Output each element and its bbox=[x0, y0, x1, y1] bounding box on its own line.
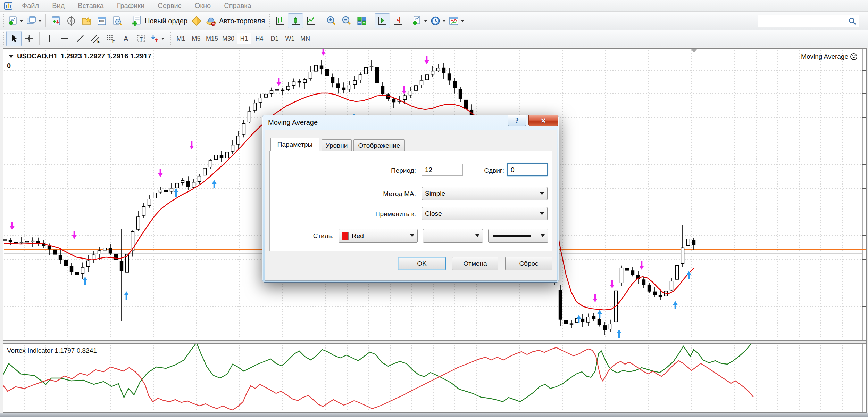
templates-button[interactable] bbox=[447, 13, 466, 28]
tab-parameters[interactable]: Параметры bbox=[270, 138, 319, 151]
metatrader-window: ФайлВидВставкаГрафикиСервисОкноСправка bbox=[0, 0, 868, 417]
timeframe-d1[interactable]: D1 bbox=[267, 33, 282, 44]
terminal-icon bbox=[97, 16, 107, 26]
line-width-select[interactable] bbox=[488, 229, 548, 243]
text-icon: A bbox=[122, 34, 131, 43]
horizontal-line-button[interactable] bbox=[57, 31, 73, 46]
bar-chart-icon bbox=[275, 16, 285, 26]
new-chart-button[interactable] bbox=[6, 13, 25, 28]
tab-visualization[interactable]: Отображение bbox=[353, 139, 405, 151]
autotrading-label: Авто-торговля bbox=[219, 17, 265, 25]
vortex-canvas[interactable] bbox=[3, 344, 866, 412]
metaeditor-button[interactable] bbox=[189, 13, 204, 28]
svg-text:A: A bbox=[124, 35, 128, 42]
apply-to-select[interactable]: Close bbox=[422, 207, 548, 220]
bar-chart-button[interactable] bbox=[273, 13, 288, 28]
toolbar-grip[interactable] bbox=[2, 14, 5, 27]
dialog-help-button[interactable]: ? bbox=[508, 115, 526, 126]
periods-button[interactable] bbox=[429, 13, 447, 28]
tab-levels[interactable]: Уровни bbox=[322, 139, 352, 151]
fibonacci-button[interactable]: F bbox=[103, 31, 118, 46]
timeframe-mn[interactable]: MN bbox=[298, 33, 312, 44]
trendline-button[interactable] bbox=[73, 31, 88, 46]
vortex-plus-line bbox=[3, 344, 753, 402]
strategy-tester-button[interactable] bbox=[109, 13, 125, 28]
autotrading-icon bbox=[206, 15, 217, 26]
ma-method-value: Simple bbox=[425, 190, 445, 197]
equidistant-channel-button[interactable]: E bbox=[88, 31, 103, 46]
toolbar-grip[interactable] bbox=[169, 32, 172, 45]
toolbar-separator bbox=[321, 14, 321, 27]
combo-arrow-icon bbox=[540, 212, 544, 215]
menu-сервис[interactable]: Сервис bbox=[151, 2, 188, 10]
ohlc-quotes: 1.2923 1.2927 1.2916 1.2917 bbox=[61, 52, 151, 60]
toolbar-grip[interactable] bbox=[268, 14, 271, 27]
toolbar-grip[interactable] bbox=[2, 32, 5, 45]
svg-text:E: E bbox=[97, 40, 100, 43]
cursor-button[interactable] bbox=[6, 31, 22, 46]
style-color-select[interactable]: Red bbox=[339, 229, 418, 243]
chart-shift-button[interactable] bbox=[390, 13, 405, 28]
menu-справка[interactable]: Справка bbox=[217, 2, 258, 10]
combo-arrow-icon bbox=[540, 192, 544, 195]
timeframe-w1[interactable]: W1 bbox=[283, 33, 297, 44]
vortex-indicator-panel[interactable]: Vortex Indicator 1.1797 0.8241 bbox=[3, 344, 866, 412]
reset-button[interactable]: Сброс bbox=[505, 257, 552, 270]
navigator-icon bbox=[81, 16, 92, 26]
timeframe-m5[interactable]: M5 bbox=[189, 33, 203, 44]
cancel-button[interactable]: Отмена bbox=[452, 257, 498, 270]
text-label-button[interactable]: T bbox=[134, 31, 149, 46]
line-chart-button[interactable] bbox=[303, 13, 318, 28]
menu-вид[interactable]: Вид bbox=[45, 2, 71, 10]
dropdown-arrow-icon bbox=[461, 20, 464, 22]
new-order-button[interactable]: Новый ордер bbox=[130, 13, 189, 28]
tile-windows-button[interactable] bbox=[354, 13, 369, 28]
navigator-button[interactable] bbox=[79, 13, 94, 28]
zoom-out-button[interactable] bbox=[339, 13, 354, 28]
toolbar-line-studies: E F A T M1M5M bbox=[0, 30, 868, 47]
crosshair-button[interactable] bbox=[22, 31, 37, 46]
line-style-select[interactable] bbox=[423, 229, 483, 243]
indicators-button[interactable] bbox=[410, 13, 429, 28]
timeframe-m1[interactable]: M1 bbox=[174, 33, 188, 44]
market-watch-button[interactable] bbox=[48, 13, 64, 28]
text-button[interactable]: A bbox=[118, 31, 134, 46]
vertical-line-button[interactable] bbox=[42, 31, 57, 46]
candlestick-chart-button[interactable] bbox=[288, 13, 303, 28]
dialog-title: Moving Average bbox=[268, 118, 318, 126]
menu-файл[interactable]: Файл bbox=[15, 2, 45, 10]
menu-вставка[interactable]: Вставка bbox=[71, 2, 110, 10]
shift-input[interactable]: 0 bbox=[507, 163, 548, 176]
autotrading-button[interactable]: Авто-торговля bbox=[204, 13, 266, 28]
timeframe-h4[interactable]: H4 bbox=[252, 33, 267, 44]
arrows-tool-button[interactable] bbox=[149, 31, 166, 46]
timeframe-h1[interactable]: H1 bbox=[237, 33, 251, 44]
auto-scroll-button[interactable] bbox=[375, 13, 390, 28]
data-window-button[interactable] bbox=[64, 13, 79, 28]
search-input[interactable] bbox=[758, 15, 848, 27]
dialog-close-button[interactable]: ✕ bbox=[528, 115, 558, 126]
period-label: Период: bbox=[349, 167, 416, 174]
menu-окно[interactable]: Окно bbox=[188, 2, 217, 10]
combo-arrow-icon bbox=[541, 234, 545, 237]
terminal-button[interactable] bbox=[94, 13, 109, 28]
text-label-icon: T bbox=[136, 34, 146, 43]
ma-method-select[interactable]: Simple bbox=[422, 187, 548, 200]
timeframe-m15[interactable]: M15 bbox=[204, 33, 220, 44]
vertical-line-icon bbox=[45, 34, 54, 43]
chart-profiles-button[interactable] bbox=[25, 13, 43, 28]
ok-button[interactable]: OK bbox=[398, 257, 446, 270]
dropdown-arrow-icon bbox=[442, 20, 446, 22]
apply-to-label: Применить к: bbox=[342, 210, 416, 218]
collapse-triangle-icon[interactable] bbox=[8, 55, 14, 58]
zoom-in-button[interactable] bbox=[324, 13, 339, 28]
dropdown-arrow-icon bbox=[20, 20, 23, 22]
strategy-tester-icon bbox=[112, 16, 122, 26]
menu-items: ФайлВидВставкаГрафикиСервисОкноСправка bbox=[15, 2, 258, 10]
menu-графики[interactable]: Графики bbox=[110, 2, 151, 10]
timeframe-m30[interactable]: M30 bbox=[220, 33, 236, 44]
period-input[interactable]: 12 bbox=[422, 164, 463, 176]
panel-splitter[interactable] bbox=[3, 340, 866, 344]
search-icon[interactable] bbox=[848, 17, 857, 25]
market-watch-icon bbox=[51, 16, 61, 26]
